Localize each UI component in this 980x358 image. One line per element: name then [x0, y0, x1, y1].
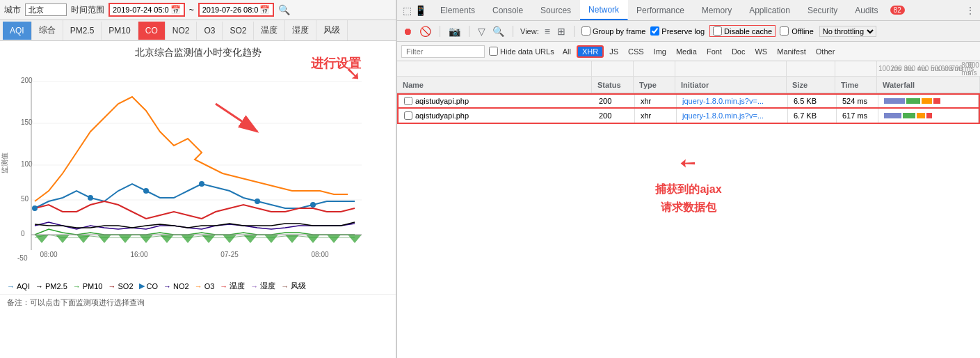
row2-initiator: jquery-1.8.0.min.js?v=... — [677, 109, 788, 123]
filter-img[interactable]: Img — [650, 46, 670, 57]
legend-o3: → O3 — [195, 282, 215, 290]
header-time[interactable]: Time — [835, 77, 877, 93]
row1-name: aqistudyapi.php — [399, 97, 593, 105]
header-initiator[interactable]: Initiator — [675, 77, 787, 93]
filter-types: All XHR JS CSS Img Media Font Doc WS Man… — [559, 45, 840, 58]
tab-o3[interactable]: O3 — [197, 22, 223, 40]
filter-manifest[interactable]: Manifest — [773, 46, 810, 57]
camera-btn[interactable]: 📷 — [447, 24, 462, 38]
row2-status: 200 — [593, 109, 635, 123]
tab-temp[interactable]: 温度 — [254, 20, 285, 40]
date-end-picker[interactable]: 2019-07-26 08:0 📅 — [198, 3, 275, 17]
filter-css[interactable]: CSS — [624, 46, 648, 57]
row1-initiator: jquery-1.8.0.min.js?v=... — [677, 95, 788, 107]
group-by-frame-check[interactable]: Group by frame — [581, 26, 645, 36]
header-name[interactable]: Name — [397, 77, 592, 93]
search-icon[interactable]: 🔍 — [278, 4, 290, 15]
hide-data-urls-label: Hide data URLs — [500, 47, 554, 56]
tab-humidity[interactable]: 湿度 — [285, 20, 316, 40]
filter-all[interactable]: All — [559, 46, 575, 57]
tab-elements[interactable]: Elements — [432, 0, 484, 20]
preserve-log-check[interactable]: Preserve log — [650, 26, 705, 36]
svg-marker-25 — [306, 235, 320, 243]
table-row[interactable]: aqistudyapi.php 200 xhr jquery-1.8.0.min… — [397, 93, 980, 109]
row1-name-text: aqistudyapi.php — [415, 97, 469, 105]
tab-aqi[interactable]: AQI — [3, 22, 32, 40]
throttle-select[interactable]: No throttling Fast 3G Slow 3G — [819, 26, 876, 37]
devtools-content: 100 ms 200 ms 300 ms 400 ms 500 ms 600 m… — [397, 61, 980, 358]
disable-cache-checkbox[interactable] — [713, 26, 722, 36]
devtools-toolbar: ⏺ 🚫 📷 ▽ 🔍 View: ≡ ⊞ Group by frame Prese… — [397, 21, 980, 42]
svg-marker-20 — [202, 235, 216, 243]
filter-other[interactable]: Other — [812, 46, 840, 57]
tab-wind[interactable]: 风级 — [316, 20, 348, 40]
tab-so2[interactable]: SO2 — [223, 22, 254, 40]
tab-network[interactable]: Network — [580, 0, 628, 20]
hide-data-urls-checkbox[interactable] — [489, 47, 498, 56]
tab-security[interactable]: Security — [799, 0, 846, 20]
filter-xhr[interactable]: XHR — [577, 45, 604, 58]
group-by-frame-checkbox[interactable] — [581, 26, 591, 36]
clear-btn[interactable]: 🚫 — [418, 24, 433, 38]
tab-application[interactable]: Application — [741, 0, 799, 20]
device-icon[interactable]: 📱 — [415, 5, 426, 16]
inspect-icon[interactable]: ⬚ — [403, 5, 412, 16]
annotation-text-ajax: 捕获到的ajax请求数据包 — [655, 180, 721, 216]
filter-font[interactable]: Font — [702, 46, 726, 57]
tab-zonghe[interactable]: 综合 — [32, 20, 63, 40]
row2-checkbox[interactable] — [404, 111, 412, 120]
devtools-icons: ⬚ 📱 — [397, 5, 432, 16]
calendar-icon-end: 📅 — [259, 5, 270, 15]
svg-text:监测值: 监测值 — [1, 153, 8, 173]
record-btn[interactable]: ⏺ — [401, 24, 414, 38]
header-waterfall[interactable]: Waterfall — [877, 77, 980, 93]
search-btn[interactable]: 🔍 — [491, 24, 506, 38]
row2-time: 617 ms — [837, 109, 878, 123]
tab-sources[interactable]: Sources — [532, 0, 580, 20]
tab-pm10[interactable]: PM10 — [102, 22, 138, 40]
tab-performance[interactable]: Performance — [628, 0, 693, 20]
legend-pm25: → PM2.5 — [35, 282, 67, 290]
offline-checkbox[interactable] — [780, 26, 789, 36]
header-size[interactable]: Size — [787, 77, 835, 93]
filter-btn-icon[interactable]: ▽ — [476, 24, 487, 38]
row1-checkbox[interactable] — [404, 97, 412, 105]
header-status[interactable]: Status — [592, 77, 634, 93]
svg-marker-24 — [285, 235, 299, 243]
svg-text:-50: -50 — [17, 254, 28, 262]
date-separator: ~ — [189, 5, 194, 15]
filter-media[interactable]: Media — [672, 46, 701, 57]
tab-no2[interactable]: NO2 — [166, 22, 198, 40]
more-icon[interactable]: ⋮ — [961, 6, 980, 15]
tab-console[interactable]: Console — [484, 0, 532, 20]
svg-marker-12 — [35, 235, 49, 243]
svg-text:0: 0 — [21, 230, 25, 238]
list-view-btn[interactable]: ≡ — [543, 24, 552, 38]
filter-doc[interactable]: Doc — [728, 46, 750, 57]
filter-input[interactable] — [401, 45, 485, 58]
filter-js[interactable]: JS — [605, 46, 622, 57]
city-input[interactable] — [25, 3, 67, 16]
svg-marker-26 — [327, 235, 341, 243]
header-type[interactable]: Type — [634, 77, 675, 93]
table-row[interactable]: aqistudyapi.php 200 xhr jquery-1.8.0.min… — [397, 109, 980, 124]
preserve-log-checkbox[interactable] — [650, 26, 659, 36]
row2-type: xhr — [635, 109, 677, 123]
disable-cache-check[interactable]: Disable cache — [709, 25, 776, 37]
sep1 — [440, 26, 440, 37]
tab-audits[interactable]: Audits — [846, 0, 887, 20]
row1-time: 524 ms — [837, 95, 878, 107]
legend-temp: → 温度 — [220, 281, 245, 291]
top-bar: 城市 时间范围 2019-07-24 05:0 📅 ~ 2019-07-26 0… — [0, 0, 396, 20]
tab-co[interactable]: CO — [138, 22, 166, 40]
ajax-annotation-area: ➘ 捕获到的ajax请求数据包 — [397, 124, 980, 244]
filter-ws[interactable]: WS — [750, 46, 771, 57]
grid-view-btn[interactable]: ⊞ — [556, 24, 567, 38]
alert-badge: 82 — [890, 6, 905, 15]
date-start: 2019-07-24 05:0 — [113, 6, 169, 14]
offline-check: Offline No throttling Fast 3G Slow 3G — [780, 26, 876, 37]
chart-svg: 200 150 100 50 0 -50 监测值 — [0, 62, 376, 278]
tab-pm25[interactable]: PM2.5 — [63, 22, 102, 40]
date-start-picker[interactable]: 2019-07-24 05:0 📅 — [109, 3, 185, 17]
tab-memory[interactable]: Memory — [693, 0, 741, 20]
